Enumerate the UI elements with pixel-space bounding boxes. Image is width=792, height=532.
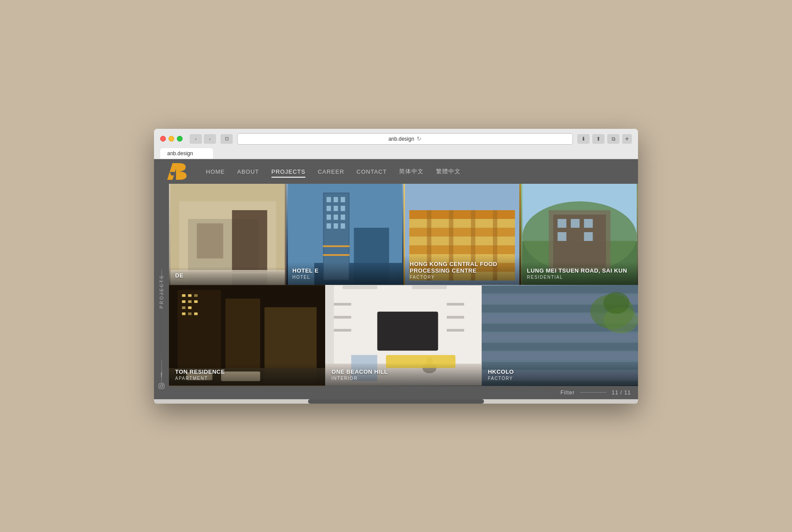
filter-bar: Filter 11 / 11 [169, 386, 638, 399]
browser-actions: ⬇ ⬆ ⧉ + [577, 134, 632, 144]
copy-icon[interactable]: ⧉ [607, 134, 620, 144]
project-item-hotel-e[interactable]: HOTEL E HOTEL [286, 184, 404, 285]
site-navigation: HOME ABOUT PROJECTS CAREER CONTACT 简体中文 [154, 159, 638, 184]
address-bar[interactable]: anb.design ↻ [237, 133, 573, 145]
project-title-hotel-e: HOTEL E [293, 267, 398, 274]
project-item-hkfpc[interactable]: HONG KONG CENTRAL FOOD PROCESSING CENTRE… [403, 184, 521, 285]
project-type-ton: APARTMENT [175, 376, 319, 381]
svg-rect-81 [447, 316, 464, 318]
project-overlay-beacon: ONE BEACON HILL INTERIOR [325, 363, 481, 386]
svg-rect-9 [197, 223, 223, 259]
project-overlay-hkcolo: HKCOLO FACTORY [482, 363, 638, 386]
project-item-hkcolo[interactable]: HKCOLO FACTORY [482, 285, 638, 386]
svg-rect-67 [194, 312, 198, 315]
project-overlay-de: DE [169, 267, 286, 285]
svg-rect-28 [341, 223, 345, 229]
back-button[interactable]: ‹ [190, 134, 202, 144]
svg-rect-25 [341, 215, 345, 220]
svg-rect-78 [334, 329, 351, 332]
active-tab[interactable]: anb.design [160, 148, 213, 159]
scrollbar-thumb[interactable] [308, 399, 484, 404]
nav-item-about[interactable]: ABOUT [237, 168, 259, 175]
svg-rect-19 [341, 197, 345, 202]
svg-point-102 [603, 292, 629, 313]
nav-item-career[interactable]: CAREER [318, 168, 344, 175]
social-icons: f [158, 372, 165, 390]
sidebar: PROJECTS f [154, 184, 169, 399]
close-button[interactable] [160, 136, 166, 142]
svg-rect-77 [334, 316, 351, 318]
svg-rect-80 [447, 302, 464, 305]
svg-rect-30 [323, 245, 349, 247]
minimize-button[interactable] [169, 136, 174, 142]
svg-rect-61 [188, 300, 191, 303]
project-title-ton: TON RESIDENCE [175, 368, 319, 375]
maximize-button[interactable] [177, 136, 183, 142]
projects-row-2: TON RESIDENCE APARTMENT [169, 285, 638, 386]
project-title-lung-mei: LUNG MEI TSUEN ROAD, SAI KUN [527, 267, 632, 274]
project-item-de[interactable]: DE [169, 184, 286, 285]
project-type-hkfpc: FACTORY [410, 275, 515, 280]
project-overlay-hkfpc: HONG KONG CENTRAL FOOD PROCESSING CENTRE… [403, 255, 521, 285]
svg-rect-94 [482, 333, 638, 341]
nav-item-contact[interactable]: CONTACT [356, 168, 387, 175]
project-item-lung-mei[interactable]: LUNG MEI TSUEN ROAD, SAI KUN RESIDENTIAL [521, 184, 638, 285]
instagram-icon[interactable] [158, 383, 165, 390]
project-overlay-lung-mei: LUNG MEI TSUEN ROAD, SAI KUN RESIDENTIAL [521, 262, 638, 285]
svg-rect-60 [182, 300, 186, 303]
project-overlay-hotel-e: HOTEL E HOTEL [286, 262, 404, 285]
scrollbar-track [154, 399, 638, 404]
url-text: anb.design [389, 136, 414, 142]
download-icon[interactable]: ⬇ [577, 134, 590, 144]
new-tab-button[interactable]: + [622, 134, 632, 144]
svg-rect-57 [182, 294, 186, 297]
svg-rect-66 [188, 312, 191, 315]
filter-count: 11 / 11 [612, 390, 631, 396]
svg-rect-18 [334, 197, 338, 202]
site-logo[interactable] [167, 163, 188, 180]
svg-rect-48 [557, 219, 566, 228]
project-type-lung-mei: RESIDENTIAL [527, 275, 632, 280]
svg-point-4 [160, 385, 163, 387]
svg-rect-2 [176, 163, 179, 180]
nav-item-home[interactable]: HOME [206, 168, 225, 175]
svg-rect-37 [409, 245, 515, 254]
project-type-hkcolo: FACTORY [488, 376, 632, 381]
svg-rect-59 [194, 294, 198, 297]
facebook-icon[interactable]: f [161, 372, 162, 379]
tab-view-button[interactable]: ⊡ [220, 134, 233, 144]
share-icon[interactable]: ⬆ [592, 134, 605, 144]
projects-grid-wrapper: DE [169, 184, 638, 399]
svg-rect-24 [334, 215, 338, 220]
project-item-beacon[interactable]: ONE BEACON HILL INTERIOR [325, 285, 481, 386]
svg-point-5 [163, 384, 164, 385]
filter-divider [580, 392, 606, 393]
forward-button[interactable]: › [204, 134, 216, 144]
svg-rect-79 [378, 311, 438, 350]
svg-rect-49 [571, 219, 579, 228]
svg-rect-3 [159, 383, 164, 389]
svg-rect-31 [323, 254, 349, 256]
filter-button[interactable]: Filter [561, 390, 575, 396]
svg-rect-21 [334, 206, 338, 211]
project-title-hkfpc: HONG KONG CENTRAL FOOD PROCESSING CENTRE [410, 261, 515, 274]
project-item-ton[interactable]: TON RESIDENCE APARTMENT [169, 285, 325, 386]
nav-item-traditional-chinese[interactable]: 繁體中文 [436, 167, 461, 175]
svg-rect-64 [188, 306, 191, 309]
browser-window: ‹ › ⊡ anb.design ↻ ⬇ ⬆ ⧉ + anb.design [154, 129, 638, 404]
svg-rect-23 [326, 215, 331, 220]
project-type-hotel-e: HOTEL [293, 275, 398, 280]
svg-rect-63 [182, 306, 186, 309]
svg-rect-20 [326, 206, 331, 211]
nav-item-simplified-chinese[interactable]: 简体中文 [399, 167, 424, 175]
svg-rect-35 [409, 210, 515, 219]
svg-rect-36 [409, 228, 515, 237]
svg-rect-22 [341, 206, 345, 211]
svg-rect-27 [334, 223, 338, 229]
svg-rect-52 [584, 232, 593, 241]
projects-row-1: DE [169, 184, 638, 285]
svg-rect-58 [188, 294, 191, 297]
svg-rect-74 [412, 285, 447, 289]
reload-icon[interactable]: ↻ [417, 135, 422, 142]
nav-item-projects[interactable]: PROJECTS [271, 168, 305, 175]
